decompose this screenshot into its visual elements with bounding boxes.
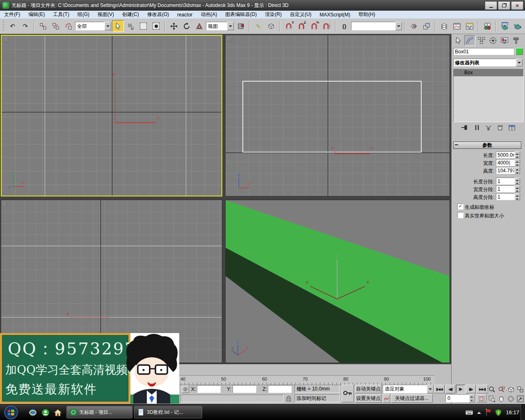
menu-rendering[interactable]: 渲染(R) (261, 11, 286, 18)
menu-group[interactable]: 组(G) (73, 11, 94, 18)
keyboard-tray-icon[interactable] (466, 410, 473, 415)
real-world-map-size-checkbox[interactable] (457, 212, 463, 218)
go-to-start-button[interactable]: ▮◀◀ (434, 385, 445, 393)
width-field[interactable]: 4000 (496, 159, 515, 166)
time-configuration-button[interactable] (477, 394, 486, 402)
show-desktop-button[interactable] (520, 404, 525, 420)
tab-hierarchy[interactable] (476, 35, 487, 46)
curve-editor-button[interactable] (451, 20, 463, 32)
menu-graph-editors[interactable]: 图表编辑器(D) (221, 11, 261, 18)
length-segs-field[interactable]: 1 (496, 178, 515, 185)
zoom-button[interactable] (487, 385, 496, 394)
select-by-name-button[interactable] (125, 20, 137, 32)
menu-edit[interactable]: 编辑(E) (24, 11, 49, 18)
taskbar-window-notepad[interactable]: 3D教程.txt - 记... (134, 406, 202, 418)
undo-button[interactable]: ↶ (7, 20, 18, 32)
viewport-front[interactable]: 前 y x z x (225, 35, 450, 196)
modifier-stack[interactable]: Box (453, 69, 524, 122)
viewport-perspective[interactable]: z y x z x y (225, 200, 450, 363)
security-shield-tray-icon[interactable] (495, 409, 502, 416)
pin-stack-icon[interactable] (461, 125, 469, 130)
keyboard-override-button[interactable] (265, 20, 277, 32)
pan-button[interactable] (497, 394, 506, 403)
reference-coordinate-dropdown-icon[interactable] (227, 22, 234, 30)
menu-create[interactable]: 创建(C) (118, 11, 143, 18)
arc-rotate-button[interactable] (506, 394, 515, 403)
menu-reactor[interactable]: reactor (173, 12, 196, 18)
select-object-button[interactable] (112, 20, 124, 32)
snaps-toggle-button[interactable]: 3 (283, 20, 294, 32)
width-spinner[interactable] (515, 159, 520, 166)
transform-gizmo-y-axis[interactable] (115, 79, 115, 123)
menu-animation[interactable]: 动画(A) (196, 11, 221, 18)
redo-button[interactable]: ↷ (19, 20, 31, 32)
select-and-link-button[interactable] (37, 20, 49, 32)
z-coordinate-field[interactable] (268, 385, 292, 393)
restore-button[interactable] (498, 1, 510, 10)
menu-maxscript[interactable]: MAXScript(M) (315, 12, 354, 18)
previous-frame-button[interactable]: ◀▮ (445, 385, 455, 393)
window-crossing-toggle-button[interactable] (150, 20, 162, 32)
viewport-top[interactable]: 顶 y x y z x (1, 35, 222, 196)
object-color-swatch[interactable] (516, 48, 523, 55)
quick-render-button[interactable] (511, 20, 523, 32)
add-time-tag[interactable]: 添加时间标记 (294, 394, 340, 402)
use-pivot-center-button[interactable] (235, 20, 247, 32)
percent-snap-button[interactable]: % (308, 20, 320, 32)
spinner-snap-button[interactable] (321, 20, 333, 32)
tab-modify[interactable] (464, 35, 475, 46)
messenger-quicklaunch-icon[interactable] (41, 409, 50, 417)
menu-file[interactable]: 文件(F) (0, 11, 24, 18)
bind-to-space-warp-button[interactable] (62, 20, 74, 32)
frame-spinner[interactable] (469, 394, 475, 402)
align-button[interactable] (420, 20, 432, 32)
named-selection-sets-button[interactable]: {} (338, 20, 350, 32)
default-tangent-button[interactable] (383, 394, 390, 403)
tab-display[interactable] (499, 35, 510, 46)
rectangular-selection-region-button[interactable] (137, 20, 149, 32)
object-name-field[interactable]: Box01 (453, 48, 514, 55)
height-segs-spinner[interactable] (515, 193, 520, 200)
modifier-list-dropdown-icon[interactable] (516, 59, 523, 66)
viewport-front-label[interactable]: 前 (227, 36, 232, 43)
next-frame-button[interactable]: ▮▶ (466, 385, 476, 393)
selection-filter-combo[interactable]: 全部 (75, 22, 111, 30)
stack-item-box[interactable]: Box (454, 69, 523, 76)
mirror-button[interactable] (408, 20, 420, 32)
key-filters-button[interactable]: 关键点过滤器... (391, 394, 433, 403)
material-editor-button[interactable] (481, 20, 493, 32)
height-segs-field[interactable]: 1 (496, 193, 515, 200)
menu-customize[interactable]: 自定义(U) (286, 11, 316, 18)
schematic-view-button[interactable] (463, 20, 475, 32)
reference-coordinate-combo[interactable]: 视图 (206, 22, 234, 30)
absolute-offset-toggle[interactable] (182, 386, 189, 393)
taskbar-clock[interactable]: 16:17 (506, 409, 519, 415)
set-key-button[interactable]: 设置关键点 (355, 394, 381, 403)
tab-motion[interactable] (487, 35, 498, 46)
menu-views[interactable]: 视图(V) (94, 11, 118, 18)
start-button[interactable] (3, 405, 19, 420)
home-quicklaunch-icon[interactable] (54, 409, 62, 416)
transform-gizmo-x-axis[interactable] (335, 153, 370, 154)
height-field[interactable]: 104.797m (496, 167, 515, 174)
viewport-top-label[interactable]: 顶 (3, 36, 8, 43)
unlink-selection-button[interactable] (50, 20, 62, 32)
transform-gizmo-y-axis[interactable] (69, 317, 108, 318)
named-selection-dropdown-icon[interactable] (395, 22, 402, 30)
length-segs-spinner[interactable] (515, 178, 520, 185)
minimize-button[interactable] (485, 1, 497, 10)
menu-modifiers[interactable]: 修改器(O) (143, 11, 173, 18)
render-setup-button[interactable] (499, 20, 511, 32)
menu-tools[interactable]: 工具(T) (49, 11, 73, 18)
viewport-left-label[interactable]: 左 (3, 201, 8, 208)
generate-mapping-coords-checkbox[interactable]: ✓ (457, 203, 463, 210)
zoom-extents-button[interactable] (506, 385, 515, 394)
zoom-region-button[interactable] (487, 394, 496, 403)
ie-quicklaunch-icon[interactable] (29, 409, 37, 417)
selection-lock-icon[interactable] (286, 395, 292, 402)
auto-key-button[interactable]: 自动关键点 (355, 385, 381, 393)
toolbar-grip[interactable] (2, 21, 4, 32)
width-segs-field[interactable]: 1 (496, 185, 515, 192)
select-and-rotate-button[interactable] (180, 20, 192, 32)
y-coordinate-field[interactable] (233, 385, 256, 393)
